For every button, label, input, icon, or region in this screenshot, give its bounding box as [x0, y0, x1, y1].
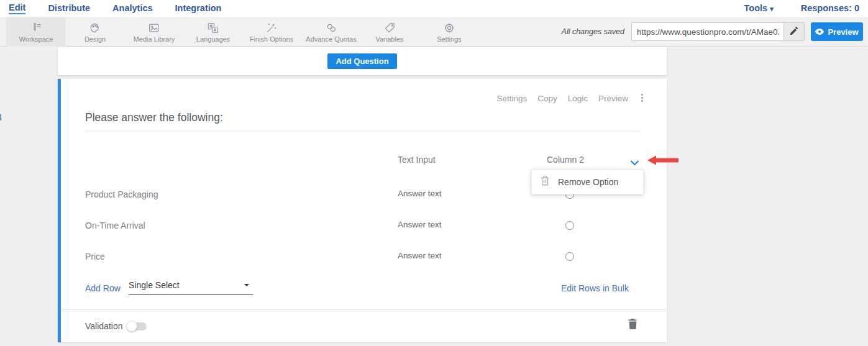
pencil-icon	[790, 26, 798, 37]
tag-icon	[383, 21, 396, 35]
question-settings-link[interactable]: Settings	[496, 94, 527, 103]
toolbar-item-media-library[interactable]: Media Library	[129, 17, 180, 47]
edit-toolbar: Workspace Design Media Library Languages…	[0, 17, 868, 47]
validation-toggle[interactable]	[127, 322, 147, 330]
validation-label: Validation	[85, 321, 122, 331]
toolbar-item-design[interactable]: Design	[80, 17, 111, 47]
row-type-select[interactable]: Single Select	[129, 280, 253, 295]
workspace-icon	[29, 21, 43, 35]
trash-icon	[541, 176, 549, 188]
answer-text-input[interactable]	[398, 220, 491, 229]
dropdown-triangle-icon	[244, 284, 249, 286]
question-title[interactable]: Please answer the following:	[85, 111, 223, 124]
add-question-button[interactable]: Add Question	[327, 53, 396, 69]
palette-icon	[88, 21, 102, 35]
edit-url-button[interactable]	[783, 23, 804, 40]
eye-icon	[815, 27, 824, 37]
question-copy-link[interactable]: Copy	[537, 94, 557, 103]
column-options-menu: Remove Option	[531, 170, 644, 194]
footer-divider	[61, 309, 667, 310]
magic-wand-icon	[265, 21, 278, 35]
toggle-knob	[126, 321, 137, 332]
question-actions: Settings Copy Logic Preview	[496, 94, 628, 103]
toolbar-item-settings[interactable]: Settings	[432, 17, 467, 47]
nav-tab-edit[interactable]: Edit	[9, 2, 25, 14]
answer-text-input[interactable]	[398, 189, 491, 198]
nav-tab-distribute[interactable]: Distribute	[48, 3, 90, 14]
toolbar-item-workspace[interactable]: Workspace	[6, 17, 66, 47]
radio-button[interactable]	[565, 221, 574, 230]
add-question-bar: Add Question	[58, 47, 667, 75]
question-logic-link[interactable]: Logic	[568, 94, 588, 103]
nav-tab-integration[interactable]: Integration	[175, 3, 222, 14]
question-card: Settings Copy Logic Preview Please answe…	[58, 79, 667, 342]
title-divider	[85, 131, 640, 132]
survey-url-input[interactable]	[632, 23, 783, 40]
annotation-arrow-icon	[647, 155, 680, 168]
row-label[interactable]: Price	[85, 252, 105, 262]
top-nav-bar: Edit Distribute Analytics Integration To…	[0, 0, 868, 17]
tools-menu[interactable]: Tools ▾	[744, 3, 774, 14]
radio-button[interactable]	[565, 252, 574, 261]
gear-icon	[442, 21, 456, 35]
more-options-icon[interactable]	[640, 93, 644, 103]
toolbar-item-variables[interactable]: Variables	[370, 17, 408, 47]
row-label[interactable]: Product Packaging	[85, 189, 158, 199]
preview-button[interactable]: Preview	[811, 22, 863, 41]
row-label[interactable]: On-Time Arrival	[85, 221, 145, 230]
top-nav-right: Tools ▾ Responses: 0	[744, 0, 859, 17]
save-status-text: All changes saved	[562, 17, 624, 47]
question-preview-link[interactable]: Preview	[598, 94, 628, 103]
question-number: 4	[0, 112, 2, 122]
translate-icon	[206, 21, 220, 35]
nav-tab-analytics[interactable]: Analytics	[112, 3, 152, 14]
edit-rows-in-bulk-link[interactable]: Edit Rows in Bulk	[561, 283, 629, 293]
toolbar-item-finish-options[interactable]: Finish Options	[245, 17, 298, 47]
top-nav-links: Edit Distribute Analytics Integration	[9, 0, 221, 17]
delete-question-icon[interactable]	[628, 319, 637, 332]
remove-option-menu-item[interactable]: Remove Option	[558, 177, 618, 187]
column-chevron-down-icon[interactable]	[630, 157, 639, 168]
answer-text-input[interactable]	[398, 251, 491, 260]
image-icon	[147, 21, 161, 35]
toolbar-item-advance-quotas[interactable]: Advance Quotas	[301, 17, 361, 47]
column-header-column2[interactable]: Column 2	[547, 155, 584, 165]
survey-url-box	[631, 22, 805, 41]
chevron-down-icon: ▾	[770, 5, 774, 12]
column-header-text-input[interactable]: Text Input	[398, 155, 436, 165]
toolbar-item-languages[interactable]: Languages	[191, 17, 235, 47]
responses-count[interactable]: Responses: 0	[801, 3, 859, 14]
add-row-button[interactable]: Add Row	[85, 283, 121, 293]
chain-link-icon	[324, 21, 338, 35]
